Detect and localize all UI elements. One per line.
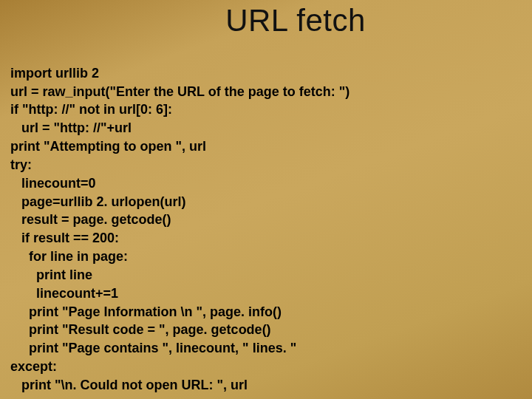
code-line: print line bbox=[10, 267, 92, 282]
code-line: url = "http: //"+url bbox=[10, 120, 132, 135]
code-line: result = page. getcode() bbox=[10, 212, 171, 227]
code-line: print "Attempting to open ", url bbox=[10, 139, 206, 154]
code-block: import urllib 2 url = raw_input("Enter t… bbox=[10, 46, 522, 395]
code-line: if "http: //" not in url[0: 6]: bbox=[10, 102, 172, 117]
code-line: print "\n. Could not open URL: ", url bbox=[10, 378, 248, 392]
code-line: page=urllib 2. urlopen(url) bbox=[10, 194, 186, 209]
code-line: linecount=0 bbox=[10, 176, 96, 191]
code-line: print "Result code = ", page. getcode() bbox=[10, 322, 271, 337]
code-line: import urllib 2 bbox=[10, 66, 99, 81]
page-title: URL fetch bbox=[30, 3, 532, 38]
code-line: linecount+=1 bbox=[10, 286, 118, 301]
code-line: if result == 200: bbox=[10, 231, 119, 245]
code-line: print "Page contains ", linecount, " lin… bbox=[10, 341, 296, 355]
code-line: for line in page: bbox=[10, 249, 128, 264]
code-line: except: bbox=[10, 359, 57, 374]
code-line: url = raw_input("Enter the URL of the pa… bbox=[10, 84, 349, 99]
code-line: try: bbox=[10, 157, 32, 172]
code-line: print "Page Information \n ", page. info… bbox=[10, 304, 282, 319]
